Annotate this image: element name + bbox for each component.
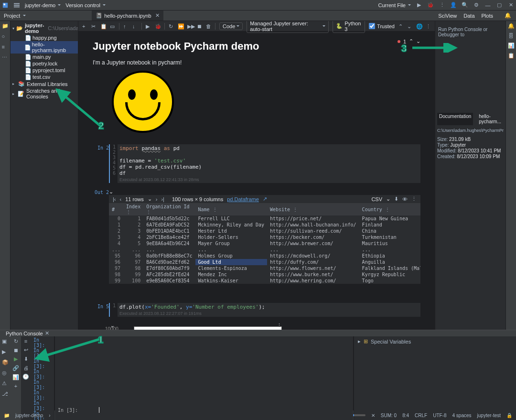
cell-type-dropdown[interactable]: Code: [219, 22, 243, 30]
external-libraries[interactable]: ▸ 📚 External Libraries: [11, 80, 78, 87]
settings-gear-icon[interactable]: ⚙: [473, 2, 480, 9]
new-console-icon[interactable]: +: [14, 383, 17, 389]
close-tab-icon[interactable]: ✕: [155, 12, 160, 19]
column-header[interactable]: Index ⋮: [123, 203, 143, 215]
tree-item[interactable]: 📄test.csv: [11, 74, 78, 80]
attach-icon[interactable]: 🔗: [12, 365, 19, 371]
cut-icon[interactable]: ✂: [91, 23, 97, 29]
plot-menu-icon[interactable]: ⋮: [277, 323, 282, 329]
python-console-tab[interactable]: Python Console ✕: [4, 330, 51, 336]
restart-icon[interactable]: ↻: [169, 23, 174, 29]
table-row[interactable]: 126A7EdDEA9FaDC52Mckinney, Riley and Day…: [109, 222, 420, 228]
minimize-icon[interactable]: —: [484, 2, 491, 9]
view-settings-icon[interactable]: 👁: [402, 196, 408, 202]
add-cell-icon[interactable]: +: [82, 23, 87, 29]
table-row[interactable]: 95960a0bfFbB8eB8eC7cHolmes Grouphttps://…: [109, 253, 420, 259]
clipboard-icon[interactable]: 📋: [508, 53, 515, 59]
python-packages-icon[interactable]: 📦: [2, 359, 9, 366]
scratches-consoles[interactable]: ▸ 📝 Scratches and Consoles: [11, 87, 78, 100]
console-history[interactable]: In [3]: In [3]: In [3]: In [3]: In [3]: …: [31, 336, 54, 420]
terminal-icon[interactable]: ▣: [2, 338, 9, 345]
indexing-close-icon[interactable]: ✕: [371, 413, 375, 418]
dataframe-output[interactable]: #Index ⋮Organization Id ⋮Name ⋮Website ⋮…: [109, 203, 420, 284]
vcs-dropdown[interactable]: Version control: [65, 2, 106, 8]
trusted-toggle[interactable]: Trusted: [369, 23, 395, 29]
error-indicator[interactable]: 1 ⌃⌄: [398, 38, 420, 44]
table-row[interactable]: 01FAB0d41d5b5d22cFerrell LLChttps://pric…: [109, 215, 420, 222]
chevron-down-icon[interactable]: ⌄: [407, 23, 412, 29]
file-encoding[interactable]: UTF-8: [433, 413, 446, 418]
interpreter-status[interactable]: jupyter-test: [477, 413, 501, 418]
run-icon[interactable]: ▶: [416, 2, 422, 9]
print-icon[interactable]: 🖨: [23, 365, 29, 371]
dataframe-link[interactable]: pd.Dataframe: [227, 196, 259, 202]
debug-icon[interactable]: 🐞: [427, 2, 434, 9]
table-row[interactable]: .....................: [109, 247, 420, 253]
column-header[interactable]: Website ⋮: [267, 203, 359, 215]
console-variables-panel[interactable]: ▸ ⊞ Special Variables: [354, 336, 516, 420]
history-icon[interactable]: 🕐: [22, 374, 29, 380]
table-row[interactable]: 99100e9eB5A60Cef8354Watkins-Kaiserhttp:/…: [109, 278, 420, 284]
download-icon[interactable]: ⬇: [394, 196, 398, 202]
project-dropdown[interactable]: jupyter-demo: [25, 2, 61, 8]
clear-icon[interactable]: 🗑: [206, 23, 211, 29]
cell-menu-icon[interactable]: ⋮: [426, 23, 431, 29]
paste-icon[interactable]: ▭: [110, 23, 115, 29]
move-down-icon[interactable]: ↓: [132, 23, 138, 29]
last-page-icon[interactable]: ›|: [161, 196, 164, 202]
database-icon[interactable]: 🗄: [508, 33, 514, 39]
browser-icon[interactable]: 🌐: [416, 23, 422, 29]
tree-item[interactable]: 📄poetry.lock: [11, 60, 78, 67]
table-row[interactable]: 230bFED1ADAE4bcC1Hester Ltdhttp://sulliv…: [109, 228, 420, 234]
stop-icon[interactable]: ⏹: [13, 347, 19, 353]
tree-root[interactable]: ▾ 📂 jupyter-demo C:\Users\ada: [11, 22, 78, 34]
rerun-icon[interactable]: ↻: [14, 338, 18, 345]
expand-icon[interactable]: ▸: [358, 338, 361, 345]
tree-item[interactable]: 📄main.py: [11, 54, 78, 60]
column-header[interactable]: #: [109, 203, 123, 215]
breadcrumb-folder-icon[interactable]: 📁: [4, 413, 10, 418]
move-up-icon[interactable]: ↑: [123, 23, 129, 29]
tree-item[interactable]: 📄pyproject.toml: [11, 67, 78, 74]
run-cell-icon[interactable]: ▶: [146, 23, 151, 29]
plots-tab[interactable]: Plots: [482, 13, 493, 19]
soft-wrap-icon[interactable]: ↩: [24, 347, 28, 353]
column-header[interactable]: Organization Id ⋮: [143, 203, 195, 215]
chevron-up-icon[interactable]: ⌃: [398, 23, 404, 29]
plot-output[interactable]: — Number of employees: [134, 326, 282, 330]
rows-label[interactable]: 11 rows: [125, 196, 144, 202]
main-menu-icon[interactable]: [13, 2, 20, 9]
debug-cell-icon[interactable]: 🐞: [155, 23, 161, 29]
table-row[interactable]: 9899AFc285dbE2fEd24Mendez Inchttps://www…: [109, 271, 420, 278]
column-header[interactable]: Country ⋮: [359, 203, 420, 215]
breadcrumb-project[interactable]: jupyter-demo: [15, 413, 43, 418]
table-menu-icon[interactable]: ⋮: [411, 196, 417, 202]
folder-icon[interactable]: 📁: [2, 23, 9, 30]
jupyter-server-dropdown[interactable]: Managed Jupyter server: auto-start: [247, 21, 329, 33]
table-row[interactable]: 342bFC1Be8a4ce42fHolder-Sellershttps://b…: [109, 234, 420, 240]
python-interpreter[interactable]: 🐍 Python 3: [333, 21, 365, 33]
run-below-icon[interactable]: ▶▶: [187, 23, 193, 29]
sciview-tab[interactable]: SciView: [438, 13, 457, 19]
table-row[interactable]: 9798E7df80C60Abd7f9Clements-Espinozahttp…: [109, 265, 420, 271]
code-cell-5[interactable]: In 5 1 df.plot(x='Founded', y='Number of…: [93, 303, 420, 317]
notebook-editor[interactable]: 1 ⌃⌄ Jupyter notebook Pycharm demo I'm a…: [78, 32, 435, 330]
structure-icon[interactable]: ≡: [2, 44, 9, 51]
show-vars-icon[interactable]: 📊: [12, 374, 19, 380]
first-page-icon[interactable]: |‹: [113, 196, 116, 202]
tree-icon[interactable]: ≡: [24, 338, 27, 344]
run-config-dropdown[interactable]: Current File: [378, 2, 411, 8]
sciview-icon[interactable]: 📊: [508, 43, 515, 49]
scroll-end-icon[interactable]: ⬇: [24, 356, 28, 362]
search-icon[interactable]: 🔍: [462, 2, 468, 9]
sum-status[interactable]: SUM: 0: [381, 413, 397, 418]
run-console-icon[interactable]: ▶: [14, 356, 18, 362]
interrupt-icon[interactable]: ⏹: [197, 23, 202, 29]
account-icon[interactable]: 👤: [450, 2, 457, 9]
maximize-icon[interactable]: ▢: [496, 2, 503, 9]
tree-item[interactable]: 📄hello-pycharm.ipynb: [11, 41, 78, 54]
copy-icon[interactable]: 📋: [100, 23, 106, 29]
commit-icon[interactable]: ○: [2, 33, 9, 40]
external-link-icon[interactable]: ↗: [263, 196, 267, 202]
console-input[interactable]: In [3]:: [55, 336, 353, 420]
